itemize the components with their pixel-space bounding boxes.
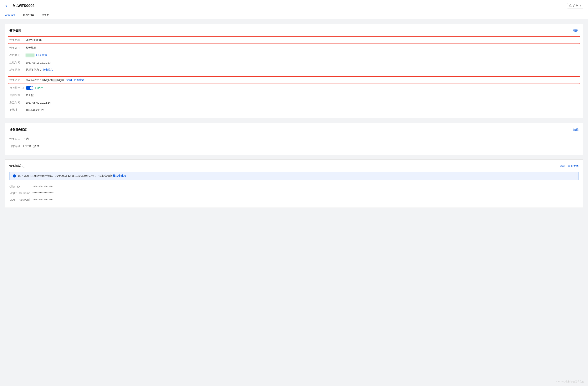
log-level-value: Level4（调试） [23, 145, 42, 148]
basic-info-card: 基本信息 编辑 设备名称 MLWIFI00002 设备备注 暂无填写 在线状态 … [5, 24, 583, 118]
device-key-label: 设备密钥 [9, 78, 26, 82]
tags-label: 标签信息 [9, 68, 26, 72]
show-debug-button[interactable]: 显示 [559, 164, 565, 168]
copy-key-button[interactable]: 复制 [66, 78, 72, 82]
regen-debug-button[interactable]: 重新生成 [568, 164, 579, 168]
online-time-label: 上线时间 [9, 61, 26, 64]
firmware-label: 固件版本 [9, 94, 26, 97]
device-key-value: a/WnwRixd7H+tWjhb0RQ== [26, 79, 64, 82]
online-time-value: 2023-09-16 19:01:53 [26, 61, 51, 64]
info-circle-icon: i [13, 174, 16, 177]
device-debug-title: 设备调试 i [9, 164, 25, 168]
ip-value: 183.141.211.25 [26, 108, 44, 111]
device-key-highlight: 设备密钥 a/WnwRixd7H+tWjhb0RQ== 复制 更新密钥 [8, 76, 580, 84]
info-icon[interactable]: i [22, 165, 25, 168]
external-link-icon [124, 174, 127, 177]
tab-topic-list[interactable]: Topic列表 [22, 12, 35, 19]
debug-notice: i 以下MQTT三元组仅用于调试，将于2023-12-16 12:00:00后失… [9, 172, 579, 180]
activate-time-value: 2023-08-02 10:22:14 [26, 101, 51, 104]
chevron-down-icon: ▼ [579, 5, 581, 7]
basic-info-title: 基本信息 [9, 29, 21, 32]
mqtt-pass-label: MQTT Password [9, 198, 33, 201]
device-name-value: MLWIFI00002 [26, 39, 42, 42]
device-remark-label: 设备备注 [9, 46, 26, 50]
debug-notice-text: 以下MQTT三元组仅用于调试，将于2023-12-16 12:00:00后失效，… [18, 174, 127, 178]
device-log-label: 设备日志 [9, 137, 23, 141]
firmware-value: 未上报 [26, 94, 34, 97]
globe-icon [569, 4, 572, 7]
tab-device-info[interactable]: 设备信息 [5, 12, 16, 19]
tab-device-shadow[interactable]: 设备影子 [41, 12, 53, 19]
ip-label: IP地址 [9, 108, 26, 112]
client-id-label: Client ID [9, 185, 33, 188]
device-remark-value: 暂无填写 [26, 46, 36, 50]
region-label: 广州 [573, 4, 578, 7]
edit-basic-button[interactable]: 编辑 [573, 29, 579, 32]
mqtt-pass-value: ***************** [33, 198, 54, 201]
algorithm-link[interactable]: 算法生成 [113, 174, 124, 177]
tabs: 设备信息 Topic列表 设备影子 [5, 12, 583, 19]
disabled-label: 是否禁用 i [9, 86, 26, 90]
mqtt-user-value: ***************** [33, 192, 54, 195]
region-selector[interactable]: 广州 ▼ [567, 3, 583, 8]
log-config-card: 设备日志配置 编辑 设备日志 开启 日志等级 Level4（调试） [5, 123, 583, 155]
device-debug-card: 设备调试 i 显示 重新生成 i 以下MQTT三元组仅用于调试，将于2023-1… [5, 159, 583, 208]
online-status-value [26, 54, 34, 57]
status-reset-button[interactable]: 状态重置 [36, 54, 47, 57]
update-key-button[interactable]: 更新密钥 [74, 78, 84, 82]
log-level-label: 日志等级 [9, 145, 23, 148]
edit-log-button[interactable]: 编辑 [573, 128, 579, 131]
device-name-highlight: 设备名称 MLWIFI00002 [8, 36, 580, 44]
device-log-value: 开启 [23, 137, 29, 141]
log-config-title: 设备日志配置 [9, 128, 27, 131]
tags-value: 无标签信息， [26, 68, 42, 72]
disabled-toggle[interactable] [26, 86, 33, 90]
tags-add-button[interactable]: 点击添加 [42, 68, 53, 72]
device-name-label: 设备名称 [9, 38, 26, 42]
mqtt-user-label: MQTT Username [9, 192, 33, 195]
enabled-value: 已启用 [35, 86, 43, 90]
info-icon[interactable]: i [21, 87, 24, 89]
client-id-value: ***************** [33, 185, 54, 188]
back-arrow-icon[interactable] [5, 4, 8, 7]
activate-time-label: 激活时间 [9, 101, 26, 104]
page-title: MLWIFI00002 [13, 4, 34, 8]
online-status-label: 在线状态 [9, 54, 26, 57]
